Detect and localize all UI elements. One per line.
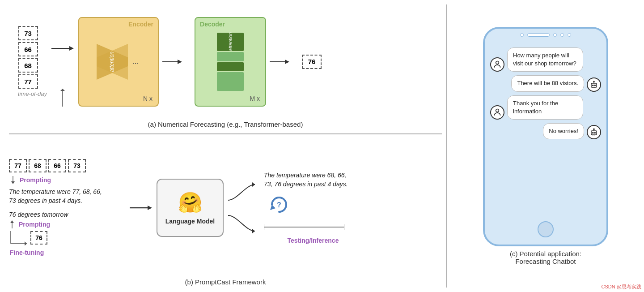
- svg-text:?: ?: [277, 201, 281, 209]
- chat-row-3: Thank you for the information: [490, 95, 601, 120]
- testing-bracket: [264, 223, 353, 232]
- top-section-caption: (a) Numerical Forecasting (e.g., Transfo…: [9, 119, 442, 130]
- bot-icon-1: [590, 81, 598, 89]
- target-section: 76 degrees tomorrow Prompting: [9, 210, 125, 245]
- phone-caption: (c) Potential application: Forecasting C…: [510, 250, 581, 265]
- arrow-lm-svg: [130, 203, 152, 212]
- svg-marker-13: [10, 220, 14, 223]
- bottom-layout: 77 68 66 73 Prompting The tempe: [9, 139, 442, 276]
- input-text: The temperature were 77, 68, 66, 73 degr…: [9, 188, 107, 205]
- attention-text-encoder: attention: [109, 51, 115, 72]
- phone-screen: How many people will visit our shop tomo…: [490, 47, 601, 217]
- bottom-section: 77 68 66 73 Prompting The tempe: [9, 134, 442, 288]
- phone-top-bar: [485, 33, 606, 37]
- phone-dot-2: [553, 33, 557, 37]
- decoder-box: Decoder attention M x: [195, 17, 266, 107]
- chat-row-1: How many people will visit our shop tomo…: [490, 47, 601, 72]
- bubble-3: Thank you for the information: [507, 95, 583, 120]
- prompting2-row: Prompting: [9, 220, 125, 228]
- lm-output-arrows: [228, 182, 255, 233]
- mx-label: M x: [250, 95, 260, 102]
- ts-box-3: 68: [18, 58, 38, 73]
- svg-marker-3: [60, 89, 65, 91]
- attention-text-decoder: attention: [228, 32, 233, 51]
- svg-point-29: [594, 85, 595, 86]
- phone-body: How many people will visit our shop tomo…: [483, 27, 608, 246]
- svg-point-28: [593, 85, 593, 86]
- bot-icon-2: [590, 128, 598, 136]
- phone-dot-1: [520, 33, 524, 37]
- prompting1-row: Prompting: [10, 176, 125, 184]
- user-icon-2: [493, 108, 502, 117]
- bubble-2: There will be 88 vistors.: [511, 75, 584, 91]
- watermark: CSDN @思考实践: [602, 283, 641, 290]
- phone-home-button: [538, 221, 554, 237]
- svg-marker-18: [148, 206, 152, 210]
- bottom-right: The temperature were 68, 66, 73, 76 degr…: [264, 171, 353, 244]
- output-italic-text: The temperature were 68, 66, 73, 76 degr…: [264, 171, 353, 189]
- phone-bottom: [490, 221, 601, 239]
- testing-label: Testing/Inference: [273, 237, 353, 244]
- encoder-box: Encoder attention ... N x: [78, 17, 159, 107]
- phone-speaker: [527, 33, 550, 37]
- svg-marker-11: [11, 181, 15, 184]
- bottom-section-caption: (b) PromptCast Framework: [9, 276, 442, 288]
- decoder-label: Decoder: [200, 21, 225, 28]
- user-avatar-2: [490, 105, 504, 120]
- output-box-top: 76: [302, 55, 322, 69]
- encoder-label: Encoder: [128, 21, 153, 28]
- main-container: 73 66 68 77 time-of-day: [0, 0, 644, 292]
- curved-arrow-top: [228, 182, 255, 205]
- num-box-1: 77: [9, 159, 27, 172]
- svg-marker-19: [252, 182, 255, 187]
- output-num-box: 76: [30, 231, 47, 245]
- svg-point-26: [496, 61, 499, 64]
- bracket-svg: [9, 230, 29, 245]
- testing-bracket-svg: [264, 223, 344, 232]
- svg-marker-7: [178, 60, 182, 64]
- svg-marker-21: [270, 205, 275, 210]
- bottom-left: 77 68 66 73 Prompting The tempe: [9, 159, 125, 256]
- nx-label: N x: [143, 95, 153, 102]
- arrow-to-encoder: [51, 44, 74, 53]
- prompting1-label: Prompting: [20, 176, 51, 184]
- fine-tuning-label: Fine-tuning: [10, 249, 125, 256]
- left-panel: 73 66 68 77 time-of-day: [9, 4, 447, 288]
- phone-dot-3: [560, 33, 564, 37]
- bot-avatar-2: [587, 125, 601, 139]
- top-content: 73 66 68 77 time-of-day: [9, 4, 442, 119]
- bubble-4: No worries!: [543, 123, 584, 139]
- svg-marker-1: [69, 46, 74, 51]
- chat-row-2: There will be 88 vistors.: [490, 75, 601, 91]
- bubble-1: How many people will visit our shop tomo…: [507, 47, 583, 72]
- arrow-enc-dec: [162, 57, 182, 66]
- down-arrow-prompting1: [10, 176, 16, 184]
- user-avatar-1: [490, 57, 504, 72]
- phone-container: How many people will visit our shop tomo…: [483, 27, 608, 246]
- ts-box-1: 73: [18, 26, 38, 40]
- dots-encoder: ...: [132, 57, 139, 66]
- refresh-question-icon: ?: [268, 194, 290, 215]
- svg-rect-27: [591, 83, 597, 87]
- dec-out-arrow-wrap: [270, 57, 289, 66]
- svg-point-39: [593, 129, 594, 129]
- refresh-icon-row: ?: [268, 194, 353, 215]
- svg-marker-9: [285, 60, 289, 64]
- svg-point-31: [593, 81, 594, 82]
- time-of-day-label: time-of-day: [18, 90, 47, 97]
- svg-point-37: [594, 133, 595, 133]
- user-icon-1: [493, 60, 502, 69]
- number-boxes-row: 77 68 66 73: [9, 159, 125, 172]
- ts-box-4: 77: [18, 74, 38, 89]
- num-box-4: 73: [68, 159, 86, 172]
- lm-label: Language Model: [165, 218, 215, 225]
- svg-rect-35: [591, 131, 597, 135]
- emoji-icon: 🤗: [178, 191, 203, 214]
- ts-box-2: 66: [18, 42, 38, 56]
- num-box-2: 68: [29, 159, 47, 172]
- prompting2-label: Prompting: [19, 221, 50, 228]
- svg-point-36: [593, 133, 593, 133]
- top-section: 73 66 68 77 time-of-day: [9, 4, 442, 134]
- time-series-inputs: 73 66 68 77: [18, 26, 38, 89]
- enc-dec-arrow-wrap: [162, 57, 182, 66]
